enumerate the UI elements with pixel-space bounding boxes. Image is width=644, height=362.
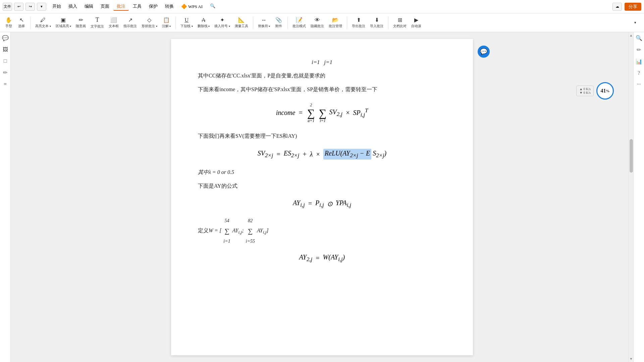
title-bar-right: ☁ 分享	[612, 3, 641, 11]
relu-highlighted: ReLU(AY2×j − E	[323, 149, 371, 160]
menu-charu[interactable]: 插入	[65, 3, 80, 11]
menu-bianji[interactable]: 编辑	[81, 3, 97, 11]
note-icon: 📋	[163, 17, 170, 23]
measure-btn[interactable]: 📐 测量工具	[233, 15, 250, 31]
sv-formula: SV2×j = ES2×j + λ × ReLU(AY2×j − ES2×j)	[198, 149, 446, 160]
menu-search[interactable]: 🔍	[207, 3, 219, 11]
sidebar-help-icon[interactable]: ?	[638, 70, 640, 76]
measure-icon: 📐	[238, 17, 245, 23]
paragraph-4: 下面我们再来看SV(需要整理一下ES和AY)	[198, 131, 446, 141]
main-container: 💬 i=1 j=1 其中CC储存在'CC.xlsx'里面，P是自变量,也就是要求…	[11, 32, 633, 362]
underline-icon: U	[184, 17, 189, 23]
document-area[interactable]: 💬 i=1 j=1 其中CC储存在'CC.xlsx'里面，P是自变量,也就是要求…	[11, 32, 633, 362]
sum-block-2: ∑ i=1	[319, 103, 327, 123]
menu-zhuanhuan[interactable]: 转换	[162, 3, 177, 11]
export-annotation-btn[interactable]: ⬆ 导出批注	[350, 15, 367, 31]
highlight-btn[interactable]: 🖊 高亮文本 ▾	[33, 15, 53, 31]
sidebar-more-icon[interactable]: ···	[637, 81, 641, 87]
speed-down: ▼ 0 K/s	[579, 91, 591, 95]
export-icon: ⬆	[357, 17, 361, 23]
note-btn[interactable]: 📋 注解 ▾	[160, 15, 173, 31]
hand-icon: ✋	[5, 17, 12, 23]
region-highlight-btn[interactable]: ▣ 区域高亮 ▾	[54, 15, 73, 31]
sidebar-edit-icon[interactable]: ✏	[3, 69, 7, 76]
sidebar-pencil-icon[interactable]: ✏	[637, 47, 641, 53]
menu-kaishi[interactable]: 开始	[49, 3, 64, 11]
annotation-mode-btn[interactable]: 📝 批注模式	[290, 15, 308, 31]
sum-block-1: 2 ∑ a=1	[307, 103, 315, 123]
annotation-mgr-icon: 📂	[332, 17, 339, 23]
top-index-text: i=1 j=1	[312, 59, 332, 65]
redo-arrow-btn[interactable]: ▾	[37, 3, 46, 11]
sidebar-stack-icon[interactable]: ≡	[4, 81, 7, 87]
sidebar-chart-icon[interactable]: 📊	[636, 58, 642, 65]
top-index-formula: i=1 j=1	[198, 59, 446, 66]
sep4	[287, 17, 288, 29]
import-icon: ⬇	[375, 17, 379, 23]
ay-formula: AYi,j = Pi,j ⊙ YPAi,j	[198, 199, 446, 208]
replace-icon: ↔	[261, 17, 267, 23]
file-menu-btn[interactable]: 文件	[3, 3, 12, 11]
share-button[interactable]: 分享	[625, 3, 641, 11]
document-page: 💬 i=1 j=1 其中CC储存在'CC.xlsx'里面，P是自变量,也就是要求…	[171, 39, 473, 355]
attach-icon: 📎	[275, 17, 282, 23]
menu-pizhu[interactable]: 批注	[113, 3, 129, 11]
menu-baohu[interactable]: 保护	[146, 3, 161, 11]
scroll-down-arrow[interactable]: ▼	[629, 356, 633, 362]
scrollbar[interactable]: ▲ ▼	[629, 32, 633, 362]
toolbar-group-replace: ↔ 替换符 ▾ 📎 附件	[256, 15, 285, 31]
attach-btn[interactable]: 📎 附件	[273, 15, 285, 31]
toolbar-group-manage: 📝 批注模式 👁 隐藏批注 📂 批注管理	[290, 15, 344, 31]
auto-scroll-btn[interactable]: ▶ 自动滚	[409, 15, 423, 31]
freehand-btn[interactable]: ✏ 随意画	[74, 15, 88, 31]
toolbar-group-export: ⬆ 导出批注 ⬇ 导入批注	[350, 15, 385, 31]
insert-symbol-btn[interactable]: ✦ 插入符号 ▾	[212, 15, 232, 31]
comment-bubble[interactable]: 💬	[478, 46, 490, 58]
sep3	[253, 17, 253, 29]
textbox-btn[interactable]: ⬜ 文本框	[107, 15, 121, 31]
doc-compare-btn[interactable]: ⊞ 文档比对	[391, 15, 409, 31]
region-highlight-icon: ▣	[61, 17, 66, 23]
sidebar-comment-icon[interactable]: 💬	[2, 35, 9, 41]
menu-gongju[interactable]: 工具	[129, 3, 145, 11]
pointer-icon: ↗	[128, 17, 132, 23]
sidebar-search-icon[interactable]: 🔍	[636, 35, 642, 41]
insert-symbol-icon: ✦	[220, 17, 224, 23]
scroll-thumb[interactable]	[630, 139, 633, 173]
redo-btn[interactable]: ↪	[25, 3, 35, 11]
sep6	[388, 17, 388, 29]
undo-btn[interactable]: ↩	[14, 3, 23, 11]
select-tool-btn[interactable]: ↖ 选择	[15, 15, 28, 31]
annotation-mgr-btn[interactable]: 📂 批注管理	[327, 15, 344, 31]
hide-annotation-btn[interactable]: 👁 隐藏批注	[309, 15, 326, 31]
zoom-circle[interactable]: 41%	[596, 82, 614, 100]
text-comment-btn[interactable]: T 文字批注	[89, 15, 106, 31]
paragraph-9: 定义W = [ 54 ∑ i=1 AYi,j; 82 ∑ i=55 AYi,j]	[198, 217, 446, 245]
toolbar-group-extra: ⊞ 文档比对 ▶ 自动滚	[391, 15, 423, 31]
text-comment-icon: T	[96, 16, 99, 23]
scroll-up-arrow[interactable]: ▲	[629, 32, 633, 39]
toolbar-group-select: ✋ 手型 ↖ 选择	[3, 15, 28, 31]
income-formula: income = 2 ∑ a=1 ∑ i=1 SV2,j × SPi,jT	[198, 103, 446, 123]
paragraph-2: 下面来看income，其中SP储存在'SP.xlsx'里面，SP是销售单价，需要…	[198, 85, 446, 95]
cloud-btn[interactable]: ☁	[612, 3, 622, 11]
annotation-mode-icon: 📝	[296, 17, 303, 23]
shape-icon: ◇	[147, 17, 151, 23]
hide-annotation-icon: 👁	[315, 17, 320, 23]
hand-tool-btn[interactable]: ✋ 手型	[3, 15, 15, 31]
comment-icon: 💬	[480, 48, 487, 55]
pointer-comment-btn[interactable]: ↗ 指示批注	[121, 15, 139, 31]
replace-btn[interactable]: ↔ 替换符 ▾	[256, 15, 272, 31]
expand-toolbar-btn[interactable]: ▾	[629, 15, 641, 31]
sidebar-image-icon[interactable]: 🖼	[3, 47, 8, 53]
toolbar-group-annotate: 🖊 高亮文本 ▾ ▣ 区域高亮 ▾ ✏ 随意画 T 文字批注 ⬜ 文本框 ↗ 指…	[33, 15, 173, 31]
shape-comment-btn[interactable]: ◇ 形状批注 ▾	[140, 15, 159, 31]
strikethrough-btn[interactable]: A 删除线 ▾	[196, 15, 212, 31]
speed-up: ▲ 0 K/s	[579, 87, 591, 91]
menu-yemian[interactable]: 页面	[97, 3, 113, 11]
title-bar-left: 文件 ↩ ↪ ▾	[3, 3, 46, 11]
menu-wpsai[interactable]: 🔶 WPS AI	[178, 3, 206, 11]
import-annotation-btn[interactable]: ⬇ 导入批注	[368, 15, 385, 31]
underline-btn[interactable]: U 下划线 ▾	[178, 15, 195, 31]
sidebar-layers-icon[interactable]: □	[4, 58, 7, 64]
